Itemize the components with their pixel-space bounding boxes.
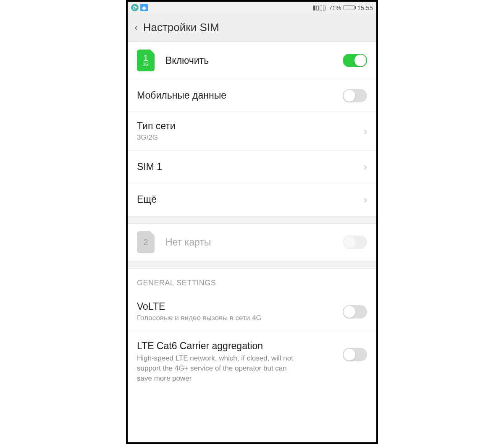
section-divider <box>128 216 376 224</box>
more-label: Ещё <box>137 194 364 205</box>
more-row[interactable]: Ещё › <box>128 183 376 216</box>
volte-label: VoLTE <box>137 301 343 312</box>
phone-screen: ⟳ ◆ ▮▯▯▯ 71% 15:55 ‹ Настройки SIM 1 3G … <box>126 0 378 444</box>
lte-cat6-sub: High-speed LTE network, which, if closed… <box>137 353 297 383</box>
mobile-data-label: Мобильные данные <box>137 90 343 101</box>
sim2-number: 2 <box>143 238 148 246</box>
sim1-card-icon: 1 3G <box>137 50 155 71</box>
status-left: ⟳ ◆ <box>131 4 148 11</box>
volte-sub: Голосовые и видео вызовы в сети 4G <box>137 314 343 322</box>
sim1-enable-row[interactable]: 1 3G Включить <box>128 42 376 79</box>
battery-icon <box>344 5 354 10</box>
general-settings-heading: GENERAL SETTINGS <box>128 269 376 293</box>
battery-pct: 71% <box>328 4 341 11</box>
lte-cat6-row[interactable]: LTE Cat6 Carrier aggregation High-speed … <box>128 331 376 391</box>
sim2-row: 2 Нет карты <box>128 224 376 261</box>
chevron-right-icon: › <box>364 125 367 137</box>
sim1-badge: 3G <box>143 62 148 67</box>
mobile-data-toggle[interactable] <box>343 89 367 102</box>
sim1-entry-row[interactable]: SIM 1 › <box>128 151 376 183</box>
mobile-data-row[interactable]: Мобильные данные <box>128 79 376 112</box>
settings-list: 1 3G Включить Мобильные данные Тип сети … <box>128 42 376 391</box>
network-type-value: 3G/2G <box>137 133 364 142</box>
back-button[interactable]: ‹ <box>134 21 138 34</box>
sim1-number: 1 <box>143 54 148 62</box>
section-divider <box>128 261 376 269</box>
clock: 15:55 <box>357 4 373 11</box>
sim2-card-icon: 2 <box>137 231 155 253</box>
sim1-entry-label: SIM 1 <box>137 161 364 172</box>
status-right: ▮▯▯▯ 71% 15:55 <box>312 4 373 11</box>
lte-cat6-toggle[interactable] <box>343 348 367 361</box>
network-type-label: Тип сети <box>137 120 364 132</box>
sim1-enable-label: Включить <box>165 55 343 66</box>
volte-toggle[interactable] <box>343 305 367 319</box>
sim1-enable-toggle[interactable] <box>343 54 367 67</box>
status-bar: ⟳ ◆ ▮▯▯▯ 71% 15:55 <box>128 2 376 13</box>
volte-row[interactable]: VoLTE Голосовые и видео вызовы в сети 4G <box>128 293 376 331</box>
network-type-row[interactable]: Тип сети 3G/2G › <box>128 112 376 151</box>
sim2-label: Нет карты <box>165 237 343 248</box>
lte-cat6-label: LTE Cat6 Carrier aggregation <box>137 340 343 352</box>
sim2-toggle <box>343 235 367 249</box>
header: ‹ Настройки SIM <box>128 13 376 42</box>
signal-icon: ▮▯▯▯ <box>312 4 326 11</box>
chevron-right-icon: › <box>364 194 367 206</box>
app-indicator-icon: ⟳ <box>131 4 139 11</box>
page-title: Настройки SIM <box>143 21 219 34</box>
shield-icon: ◆ <box>140 4 148 11</box>
chevron-right-icon: › <box>364 161 367 173</box>
